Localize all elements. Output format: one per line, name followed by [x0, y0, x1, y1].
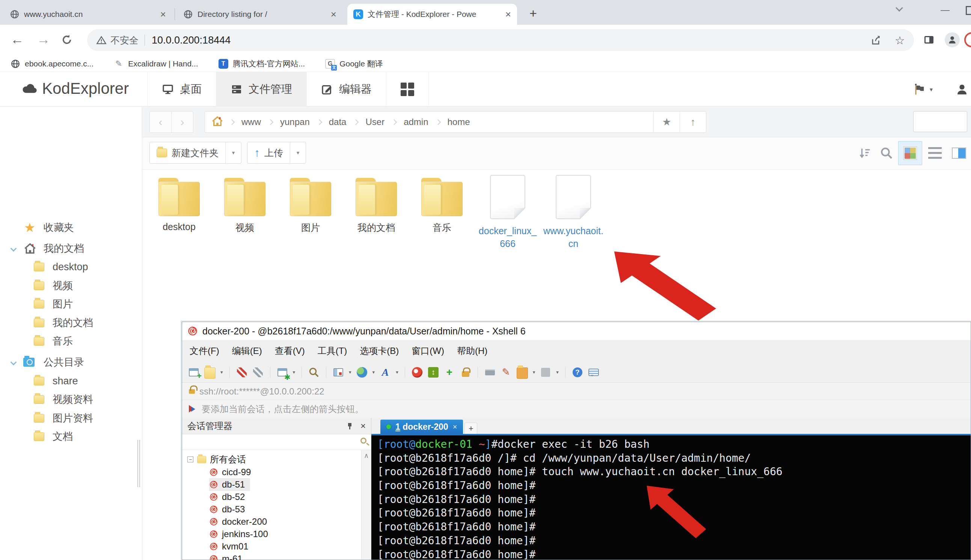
menu-help[interactable]: 帮助(H) — [457, 345, 487, 357]
url-omnibox[interactable]: 不安全 10.0.0.200:18444 ☆ — [87, 29, 914, 51]
caret-down-icon[interactable]: ▾ — [293, 369, 295, 375]
nav-editor[interactable]: 编辑器 — [307, 72, 386, 107]
breadcrumb-home[interactable] — [205, 115, 230, 129]
new-terminal-tab-button[interactable]: + — [464, 423, 477, 434]
bookmark-item[interactable]: ✎ Excalidraw | Hand... — [114, 59, 198, 69]
color-scheme-icon[interactable] — [540, 367, 551, 378]
sidebar-item-music[interactable]: 音乐 — [0, 332, 142, 350]
file-item-folder[interactable]: desktop — [148, 178, 210, 232]
new-session-icon[interactable]: + — [188, 367, 199, 378]
caret-down-icon[interactable]: ▾ — [372, 369, 375, 375]
new-folder-button[interactable]: 新建文件夹 ▾ — [149, 142, 242, 163]
session-item-selected[interactable]: db-51 — [209, 478, 250, 491]
caret-down-icon[interactable]: ▾ — [556, 369, 559, 375]
pin-panel-icon[interactable] — [348, 423, 352, 429]
caret-down-icon[interactable]: ▾ — [533, 369, 536, 375]
web-icon[interactable] — [356, 367, 368, 378]
session-properties-icon[interactable]: ✱ — [277, 367, 288, 378]
sort-icon[interactable] — [858, 147, 871, 160]
chevron-down-icon[interactable] — [10, 245, 17, 252]
favorite-path-button[interactable]: ★ — [653, 112, 680, 132]
keyboard-icon[interactable] — [484, 367, 496, 378]
file-item-folder[interactable]: 音乐 — [411, 178, 473, 234]
upload-button[interactable]: ↑上传 ▾ — [247, 142, 306, 163]
xshell-titlebar[interactable]: docker-200 - @b2618f17a6d0:/www/yunpan/d… — [182, 322, 971, 340]
nav-apps-grid[interactable] — [386, 72, 429, 107]
session-search-input[interactable] — [182, 434, 371, 450]
session-item[interactable]: cicd-99 — [209, 466, 251, 478]
font-icon[interactable]: A — [380, 367, 391, 378]
fullscreen-icon[interactable]: + — [444, 367, 455, 378]
user-menu[interactable] — [955, 72, 969, 107]
breadcrumb-item[interactable]: admin — [396, 117, 435, 127]
new-tab-button[interactable]: + — [529, 7, 537, 20]
bookmark-item[interactable]: G文 Google 翻译 — [325, 58, 383, 69]
sidebar-item-picture-materials[interactable]: 图片资料 — [0, 409, 142, 427]
tab-close-icon[interactable]: × — [453, 423, 457, 431]
feedback-balloon-icon[interactable] — [588, 367, 599, 378]
sidebar-item-videos[interactable]: 视频 — [0, 277, 142, 295]
tab-close-icon[interactable]: × — [331, 9, 337, 19]
breadcrumb-item[interactable]: User — [358, 117, 392, 127]
url-text[interactable]: 10.0.0.200:18444 — [152, 35, 230, 46]
browser-tab-1[interactable]: www.yuchaoit.cn × — [4, 4, 172, 25]
breadcrumb-item[interactable]: home — [440, 117, 478, 127]
sidebar-resize-grip[interactable] — [137, 440, 140, 487]
help-icon[interactable]: ? — [572, 367, 583, 378]
nav-desktop[interactable]: 桌面 — [147, 72, 216, 107]
sidebar-public-dir[interactable]: 公共目录 — [0, 353, 142, 371]
file-item-folder[interactable]: 视频 — [214, 178, 275, 234]
highlight-pen-icon[interactable]: ✎ — [501, 367, 512, 378]
file-item-folder[interactable]: 我的文档 — [345, 178, 407, 234]
breadcrumb-item[interactable]: data — [321, 117, 354, 127]
xshell-app-icon[interactable] — [412, 367, 423, 378]
bookmark-item[interactable]: ebook.apecome.c... — [10, 59, 93, 69]
xshell-address-row[interactable]: ssh://root:******@10.0.0.200:22 — [182, 383, 971, 400]
terminal-tab-active[interactable]: 1 docker-200 × — [380, 420, 463, 434]
caret-down-icon[interactable]: ▾ — [349, 369, 352, 375]
browser-tab-active[interactable]: K 文件管理 - KodExplorer - Powe × — [347, 4, 517, 25]
session-item[interactable]: m-61 — [209, 552, 243, 560]
open-session-icon[interactable] — [204, 367, 215, 379]
tree-scrollbar[interactable]: ∧ — [361, 450, 371, 560]
menu-edit[interactable]: 编辑(E) — [232, 345, 262, 357]
reload-icon[interactable] — [61, 34, 73, 46]
kod-file-area[interactable]: desktop 视频 图片 我的文档 音乐 docker_linux_666 w… — [143, 170, 971, 322]
share-icon[interactable] — [871, 35, 882, 46]
menu-window[interactable]: 窗口(W) — [412, 345, 444, 357]
tree-root-all-sessions[interactable]: − 所有会话 — [187, 453, 246, 466]
breadcrumb-item[interactable]: yunpan — [273, 117, 317, 127]
view-columns-button[interactable] — [947, 141, 971, 165]
flag-arrow-icon[interactable] — [189, 405, 196, 413]
menu-tabs[interactable]: 选项卡(B) — [360, 345, 399, 357]
new-file-icon[interactable] — [517, 367, 528, 379]
caret-down-icon[interactable]: ▾ — [396, 369, 399, 375]
window-minimize-button[interactable]: — — [941, 5, 949, 15]
upload-dropdown[interactable]: ▾ — [290, 142, 305, 163]
sidebar-item-docs[interactable]: 文档 — [0, 428, 142, 445]
close-panel-icon[interactable]: × — [360, 421, 366, 431]
history-back-button[interactable]: ‹ — [149, 111, 172, 133]
sidebar-item-documents[interactable]: 我的文档 — [0, 314, 142, 332]
file-item-folder[interactable]: 图片 — [280, 178, 341, 234]
back-icon[interactable]: ← — [10, 32, 24, 47]
scroll-up-icon[interactable]: ∧ — [364, 452, 369, 459]
tab-close-icon[interactable]: × — [160, 9, 166, 19]
sidebar-item-desktop[interactable]: desktop — [0, 258, 142, 276]
file-item-file[interactable]: docker_linux_666 — [477, 175, 539, 250]
breadcrumb-item[interactable]: www — [234, 117, 269, 127]
chevron-down-icon[interactable] — [10, 359, 17, 365]
menu-view[interactable]: 查看(V) — [275, 345, 305, 357]
forward-icon[interactable]: → — [37, 32, 50, 47]
kod-search-input[interactable] — [913, 111, 967, 132]
view-list-button[interactable] — [923, 141, 947, 165]
sidebar-favorites[interactable]: ★ 收藏夹 — [0, 218, 142, 237]
session-item[interactable]: db-52 — [209, 490, 245, 503]
lock-icon[interactable] — [460, 367, 471, 378]
profile-avatar[interactable] — [945, 32, 960, 47]
tree-collapse-icon[interactable]: − — [187, 457, 194, 462]
nav-file-manager[interactable]: 文件管理 — [216, 72, 307, 107]
layout-icon[interactable] — [333, 367, 344, 378]
file-item-file[interactable]: www.yuchaoit.cn — [542, 175, 604, 250]
sidebar-my-docs[interactable]: 我的文档 — [0, 240, 142, 257]
